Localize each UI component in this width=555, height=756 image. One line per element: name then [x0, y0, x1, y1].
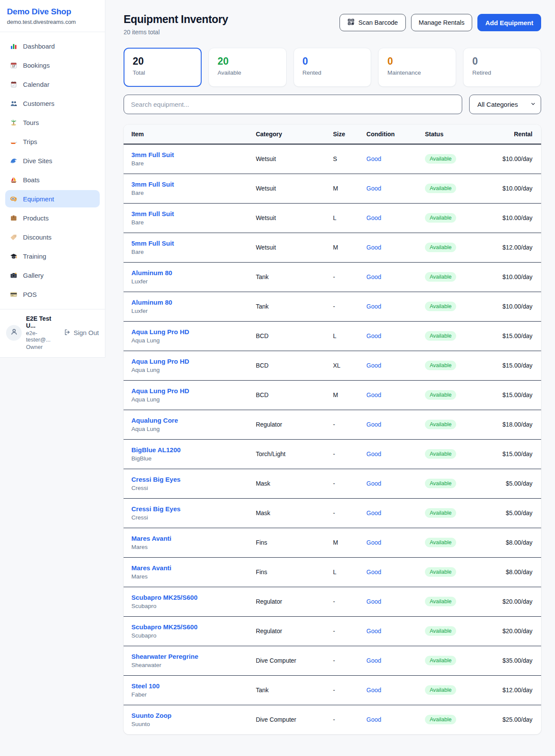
- sidebar-item-label: Customers: [23, 100, 55, 107]
- add-equipment-button[interactable]: Add Equipment: [477, 14, 541, 31]
- condition-link[interactable]: Good: [366, 273, 381, 280]
- sidebar-item-boats[interactable]: Boats: [5, 171, 100, 188]
- item-cell: Shearwater Peregrine Shearwater: [124, 646, 249, 675]
- condition-link[interactable]: Good: [366, 716, 381, 723]
- condition-link[interactable]: Good: [366, 687, 381, 694]
- sidebar-item-dive-sites[interactable]: Dive Sites: [5, 152, 100, 169]
- item-name-link[interactable]: Aluminum 80: [131, 269, 242, 276]
- table-row: Shearwater Peregrine Shearwater Dive Com…: [124, 646, 541, 675]
- condition-link[interactable]: Good: [366, 657, 381, 664]
- sidebar-item-dashboard[interactable]: Dashboard: [5, 37, 100, 55]
- sidebar-item-training[interactable]: Training: [5, 247, 100, 265]
- condition-link[interactable]: Good: [366, 598, 381, 605]
- sidebar-item-label: Boats: [23, 176, 39, 184]
- condition-link[interactable]: Good: [366, 569, 381, 575]
- rental-cell: $20.00/day: [485, 616, 541, 646]
- item-name-link[interactable]: Scubapro MK25/S600: [131, 623, 242, 631]
- size-cell: -: [326, 587, 359, 616]
- item-name-link[interactable]: Cressi Big Eyes: [131, 476, 242, 483]
- sidebar-item-pos[interactable]: POS: [5, 286, 100, 303]
- condition-link[interactable]: Good: [366, 214, 381, 221]
- condition-link[interactable]: Good: [366, 628, 381, 634]
- tag-icon: [10, 233, 18, 241]
- manage-rentals-button[interactable]: Manage Rentals: [411, 14, 473, 31]
- item-name-link[interactable]: Aluminum 80: [131, 299, 242, 306]
- stat-card-total[interactable]: 20 Total: [124, 48, 202, 87]
- stat-card-available[interactable]: 20 Available: [209, 48, 287, 87]
- condition-link[interactable]: Good: [366, 509, 381, 516]
- user-email: e2e-tester@...: [26, 330, 59, 343]
- condition-link[interactable]: Good: [366, 362, 381, 369]
- item-name-link[interactable]: Aqua Lung Pro HD: [131, 358, 242, 365]
- items-count: 20 items total: [124, 29, 228, 36]
- item-brand: Suunto: [131, 721, 242, 727]
- item-name-link[interactable]: Aqualung Core: [131, 417, 242, 424]
- item-name-link[interactable]: Cressi Big Eyes: [131, 505, 242, 513]
- item-name-link[interactable]: 3mm Full Suit: [131, 181, 242, 188]
- sidebar-item-label: Calendar: [23, 81, 49, 88]
- condition-link[interactable]: Good: [366, 185, 381, 192]
- status-cell: Available: [418, 380, 485, 410]
- stat-label: Retired: [472, 69, 532, 76]
- item-name-link[interactable]: 5mm Full Suit: [131, 240, 242, 247]
- item-name-link[interactable]: Steel 100: [131, 682, 242, 690]
- table-row: Cressi Big Eyes Cressi Mask - Good Avail…: [124, 469, 541, 498]
- status-badge: Available: [425, 567, 457, 577]
- condition-link[interactable]: Good: [366, 480, 381, 487]
- condition-link[interactable]: Good: [366, 539, 381, 546]
- item-name-link[interactable]: Aqua Lung Pro HD: [131, 387, 242, 394]
- sidebar-item-bookings[interactable]: 17Bookings: [5, 56, 100, 74]
- item-name-link[interactable]: 3mm Full Suit: [131, 210, 242, 217]
- island-icon: [10, 118, 18, 127]
- sidebar-item-tours[interactable]: Tours: [5, 114, 100, 131]
- condition-link[interactable]: Good: [366, 244, 381, 251]
- sidebar-item-equipment[interactable]: Equipment: [5, 190, 100, 207]
- status-badge: Available: [425, 656, 457, 665]
- col-header-rental: Rental: [485, 125, 541, 144]
- search-input[interactable]: [124, 95, 462, 114]
- condition-link[interactable]: Good: [366, 450, 381, 457]
- category-select[interactable]: All Categories: [469, 95, 541, 114]
- status-badge: Available: [425, 272, 457, 282]
- status-badge: Available: [425, 243, 457, 252]
- stat-card-retired[interactable]: 0 Retired: [463, 48, 541, 87]
- stat-card-rented[interactable]: 0 Rented: [294, 48, 372, 87]
- sidebar-item-discounts[interactable]: Discounts: [5, 228, 100, 246]
- status-cell: Available: [418, 262, 485, 292]
- item-name-link[interactable]: Aqua Lung Pro HD: [131, 328, 242, 335]
- scan-barcode-button[interactable]: Scan Barcode: [340, 14, 405, 31]
- table-header-row: Item Category Size Condition Status Rent…: [124, 125, 541, 144]
- size-cell: -: [326, 646, 359, 675]
- size-cell: M: [326, 528, 359, 557]
- sidebar-item-label: Products: [23, 214, 49, 222]
- sidebar-item-gallery[interactable]: Gallery: [5, 266, 100, 284]
- size-cell: -: [326, 292, 359, 321]
- sidebar-item-products[interactable]: Products: [5, 209, 100, 227]
- sign-out-button[interactable]: Sign Out: [64, 329, 99, 337]
- item-name-link[interactable]: Shearwater Peregrine: [131, 653, 242, 660]
- item-name-link[interactable]: BigBlue AL1200: [131, 446, 242, 454]
- item-name-link[interactable]: 3mm Full Suit: [131, 151, 242, 158]
- sidebar-item-trips[interactable]: Trips: [5, 133, 100, 150]
- condition-link[interactable]: Good: [366, 421, 381, 428]
- item-name-link[interactable]: Suunto Zoop: [131, 712, 242, 719]
- status-badge: Available: [425, 213, 457, 223]
- condition-link[interactable]: Good: [366, 332, 381, 339]
- condition-link[interactable]: Good: [366, 303, 381, 310]
- rental-cell: $12.00/day: [485, 233, 541, 262]
- condition-link[interactable]: Good: [366, 155, 381, 162]
- item-cell: Scubapro MK25/S600 Scubapro: [124, 587, 249, 616]
- rental-cell: $10.00/day: [485, 292, 541, 321]
- stat-card-maintenance[interactable]: 0 Maintenance: [378, 48, 456, 87]
- condition-link[interactable]: Good: [366, 391, 381, 398]
- table-row: Suunto Zoop Suunto Dive Computer - Good …: [124, 705, 541, 734]
- status-badge: Available: [425, 508, 457, 518]
- sidebar-item-customers[interactable]: Customers: [5, 95, 100, 112]
- size-cell: L: [326, 557, 359, 587]
- item-name-link[interactable]: Scubapro MK25/S600: [131, 594, 242, 601]
- sidebar-item-calendar[interactable]: Calendar: [5, 76, 100, 93]
- rental-cell: $15.00/day: [485, 439, 541, 469]
- item-name-link[interactable]: Mares Avanti: [131, 564, 242, 572]
- item-name-link[interactable]: Mares Avanti: [131, 535, 242, 542]
- item-cell: Aqua Lung Pro HD Aqua Lung: [124, 321, 249, 351]
